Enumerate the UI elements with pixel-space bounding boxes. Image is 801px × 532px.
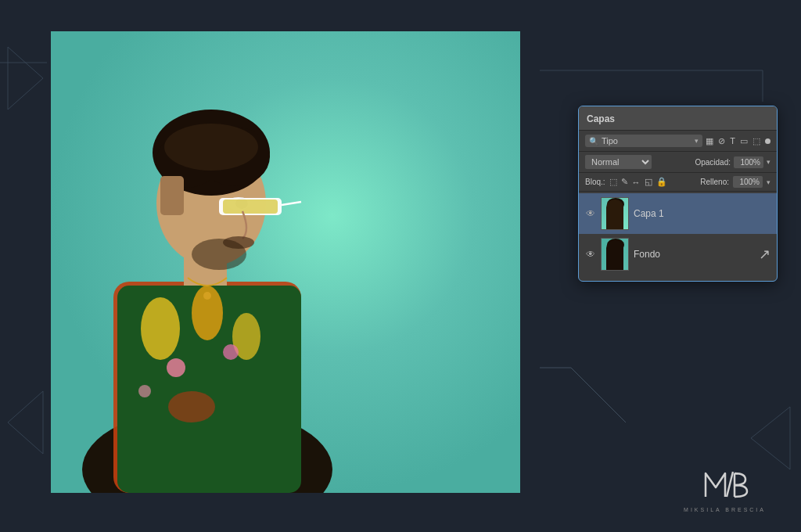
svg-point-17 — [164, 124, 258, 171]
svg-rect-35 — [602, 198, 629, 230]
svg-rect-38 — [609, 220, 622, 230]
opacity-dropdown-icon[interactable]: ▾ — [767, 158, 770, 166]
svg-marker-1 — [8, 47, 43, 110]
svg-marker-2 — [8, 391, 43, 454]
watermark-logo — [684, 466, 766, 505]
svg-point-30 — [167, 358, 185, 377]
fill-value: 100% — [733, 176, 763, 188]
svg-point-33 — [168, 391, 215, 422]
panel-title: Capas — [587, 113, 615, 124]
blend-opacity-row: Normal Multiply Screen Opacidad: 100% ▾ — [579, 152, 777, 173]
filter-active-dot — [765, 138, 770, 144]
adjustment-layer-icon[interactable]: ⊘ — [718, 136, 725, 146]
watermark-text: MIKSILA BRESCIA — [684, 507, 766, 512]
svg-point-27 — [141, 297, 180, 360]
lock-fill-row: Bloq.: ⬚ ✎ ↔ ◱ 🔒 Relleno: 100% ▾ — [579, 173, 777, 192]
search-icon: 🔍 — [589, 137, 598, 146]
svg-rect-39 — [611, 214, 617, 221]
svg-point-32 — [138, 385, 151, 397]
layers-panel: Capas 🔍 Tipo ▾ ▦ ⊘ T ▭ ⬚ Normal Multiply… — [578, 106, 778, 282]
layers-list: 👁 Capa — [579, 192, 777, 275]
layer-thumbnail-fondo — [601, 238, 629, 271]
panel-toolbar: 🔍 Tipo ▾ ▦ ⊘ T ▭ ⬚ — [579, 131, 777, 152]
svg-point-43 — [607, 239, 624, 251]
layer-eye-capa1[interactable]: 👁 — [585, 208, 596, 219]
pixel-layer-icon[interactable]: ▦ — [706, 136, 713, 146]
svg-line-47 — [727, 472, 733, 497]
layer-row-capa1[interactable]: 👁 Capa — [579, 193, 777, 234]
photo-canvas — [51, 31, 520, 493]
svg-point-37 — [607, 198, 624, 210]
lock-icons-group: ⬚ ✎ ↔ ◱ 🔒 — [609, 177, 667, 187]
svg-rect-44 — [609, 261, 622, 271]
lock-all-icon[interactable]: 🔒 — [656, 177, 667, 187]
svg-point-36 — [608, 200, 623, 218]
fill-label: Relleno: — [700, 178, 729, 186]
smartobj-layer-icon[interactable]: ⬚ — [753, 136, 760, 146]
lock-transform-icon[interactable]: ↔ — [632, 178, 641, 187]
panel-header: Capas — [579, 106, 777, 131]
svg-rect-46 — [612, 250, 623, 253]
svg-point-25 — [192, 239, 246, 270]
opacity-value: 100% — [734, 156, 763, 168]
svg-point-42 — [608, 240, 623, 259]
svg-rect-18 — [160, 176, 184, 215]
lock-move-icon[interactable]: ✎ — [621, 177, 628, 187]
layer-thumbnail-capa1 — [601, 197, 629, 230]
watermark: MIKSILA BRESCIA — [684, 466, 766, 512]
lock-pixel-icon[interactable]: ⬚ — [609, 177, 617, 187]
svg-point-34 — [203, 292, 211, 300]
layer-eye-fondo[interactable]: 👁 — [585, 249, 596, 260]
svg-rect-22 — [223, 200, 278, 214]
opacity-label: Opacidad: — [695, 158, 731, 167]
svg-line-6 — [571, 368, 626, 422]
blend-mode-select[interactable]: Normal Multiply Screen — [585, 155, 652, 169]
fill-dropdown-icon[interactable]: ▾ — [767, 178, 770, 186]
filter-search[interactable]: 🔍 Tipo ▾ — [585, 135, 702, 147]
dropdown-icon: ▾ — [695, 137, 699, 145]
layer-name-capa1: Capa 1 — [634, 208, 770, 219]
layer-name-fondo: Fondo — [634, 249, 754, 260]
svg-rect-45 — [611, 254, 617, 262]
lock-artboard-icon[interactable]: ◱ — [645, 177, 652, 187]
svg-rect-41 — [602, 239, 629, 271]
filter-tipo-label: Tipo — [602, 136, 618, 146]
layer-row-fondo[interactable]: 👁 Fondo ↗ — [579, 234, 777, 275]
shape-layer-icon[interactable]: ▭ — [740, 136, 748, 146]
svg-point-31 — [223, 344, 239, 360]
layer-type-icons: ▦ ⊘ T ▭ ⬚ — [706, 136, 770, 146]
lock-label: Bloq.: — [585, 178, 605, 186]
svg-rect-40 — [612, 210, 623, 213]
svg-marker-7 — [751, 407, 790, 469]
type-layer-icon[interactable]: T — [730, 136, 735, 146]
cursor-icon: ↗ — [759, 246, 770, 263]
